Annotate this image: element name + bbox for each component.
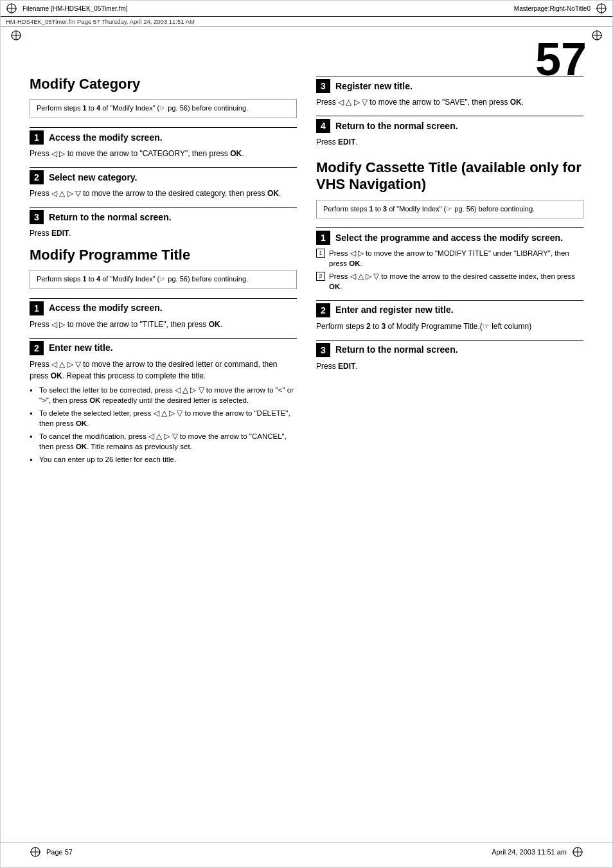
note-box-cassette: Perform steps 1 to 3 of "Modify Index" (… — [316, 200, 583, 218]
step-prog-2-bullets: To select the letter to be corrected, pr… — [30, 385, 297, 465]
sub-step-num-1: 1 — [316, 249, 325, 258]
step-cat-2: 2 Select new category. Press ◁ △ ▷ ▽ to … — [30, 167, 297, 199]
note-text-modify-programme: Perform steps 1 to 4 of "Modify Index" (… — [37, 275, 248, 283]
reg-mark-left-mid — [10, 30, 22, 41]
step-cat-3-header: 3 Return to the normal screen. — [30, 207, 297, 224]
step-cass-2-header: 2 Enter and register new title. — [316, 300, 583, 317]
right-column: 3 Register new title. Press ◁ △ ▷ ▽ to m… — [316, 76, 583, 472]
filename-text: Filename [HM-HDS4EK_05Timer.fm] — [22, 5, 128, 12]
step-cat-3-body: Press EDIT. — [30, 227, 297, 239]
note-text-modify-category: Perform steps 1 to 4 of "Modify Index" (… — [37, 104, 248, 112]
step-cass-1-body: 1 Press ◁ ▷ to move the arrow to "MODIFY… — [316, 248, 583, 292]
step-prog-2-body: Press ◁ △ ▷ ▽ to move the arrow to the d… — [30, 359, 297, 465]
step-prog-1-body: Press ◁ ▷ to move the arrow to "TITLE", … — [30, 319, 297, 330]
bullet-1: To select the letter to be corrected, pr… — [30, 385, 297, 405]
sub-step-num-2: 2 — [316, 272, 325, 281]
step-cass-3-body: Press EDIT. — [316, 360, 583, 372]
step-cat-1-number: 1 — [30, 130, 44, 145]
step-cass-1-number: 1 — [316, 231, 330, 245]
step-cass-3: 3 Return to the normal screen. Press EDI… — [316, 340, 583, 372]
header-marks-row — [1, 27, 612, 44]
header-line2-text: HM-HDS4EK_05Timer.fm Page 57 Thursday, A… — [6, 18, 195, 25]
sub-step-2: 2 Press ◁ △ ▷ ▽ to move the arrow to the… — [316, 271, 583, 292]
reg-mark-footer-left — [30, 846, 41, 858]
step-prog-3-body: Press ◁ △ ▷ ▽ to move the arrow to "SAVE… — [316, 96, 583, 108]
step-cass-3-number: 3 — [316, 343, 330, 357]
step-cat-1-body: Press ◁ ▷ to move the arrow to "CATEGORY… — [30, 148, 297, 159]
step-prog-1: 1 Access the modify screen. Press ◁ ▷ to… — [30, 298, 297, 330]
step-cass-2-title: Enter and register new title. — [335, 304, 454, 315]
step-cat-2-title: Select new category. — [49, 172, 137, 183]
note-text-cassette: Perform steps 1 to 3 of "Modify Index" (… — [323, 205, 535, 213]
step-cass-1-title: Select the programme and access the modi… — [335, 232, 563, 244]
footer-date-text: April 24, 2003 11:51 am — [492, 848, 567, 856]
page-number-large: 57 — [535, 36, 587, 82]
reg-mark-top-right — [596, 3, 607, 14]
reg-mark-top-left — [6, 3, 17, 14]
sub-step-1: 1 Press ◁ ▷ to move the arrow to "MODIFY… — [316, 248, 583, 269]
step-cat-1: 1 Access the modify screen. Press ◁ ▷ to… — [30, 127, 297, 159]
step-prog-1-title: Access the modify screen. — [49, 302, 163, 314]
reg-mark-footer-right — [572, 846, 583, 858]
step-prog-2: 2 Enter new title. Press ◁ △ ▷ ▽ to move… — [30, 338, 297, 465]
step-prog-3-number: 3 — [316, 79, 330, 93]
step-cass-3-title: Return to the normal screen. — [335, 344, 458, 355]
step-cass-1-substeps: 1 Press ◁ ▷ to move the arrow to "MODIFY… — [316, 248, 583, 292]
step-cat-2-number: 2 — [30, 170, 44, 184]
header-line2: HM-HDS4EK_05Timer.fm Page 57 Thursday, A… — [1, 17, 612, 27]
bullet-2: To delete the selected letter, press ◁ △… — [30, 408, 297, 429]
step-cass-3-header: 3 Return to the normal screen. — [316, 340, 583, 357]
step-cass-2-number: 2 — [316, 303, 330, 317]
note-box-modify-category: Perform steps 1 to 4 of "Modify Index" (… — [30, 99, 297, 118]
step-cat-3: 3 Return to the normal screen. Press EDI… — [30, 207, 297, 239]
section-modify-programme-title: Modify Programme Title Perform steps 1 t… — [30, 247, 297, 465]
filename-left: Filename [HM-HDS4EK_05Timer.fm] — [6, 3, 128, 14]
masterpage-text: Masterpage:Right-NoTitle0 — [514, 5, 591, 12]
step-prog-2-header: 2 Enter new title. — [30, 338, 297, 355]
section-modify-cassette-title: Modify Cassette Title (available only fo… — [316, 159, 583, 372]
section-title-modify-category: Modify Category — [30, 76, 297, 93]
step-cass-2: 2 Enter and register new title. Perform … — [316, 300, 583, 332]
section-title-cassette: Modify Cassette Title (available only fo… — [316, 159, 583, 193]
step-prog-1-header: 1 Access the modify screen. — [30, 298, 297, 315]
note-box-modify-programme: Perform steps 1 to 4 of "Modify Index" (… — [30, 270, 297, 288]
page-footer: Page 57 April 24, 2003 11:51 am — [1, 842, 612, 858]
step-prog-4-header: 4 Return to the normal screen. — [316, 116, 583, 133]
step-cat-3-number: 3 — [30, 210, 44, 224]
step-prog-4: 4 Return to the normal screen. Press EDI… — [316, 116, 583, 148]
reg-mark-right-mid — [591, 30, 603, 41]
step-prog-1-number: 1 — [30, 301, 44, 315]
section-title-modify-programme: Modify Programme Title — [30, 247, 297, 263]
footer-left: Page 57 — [30, 846, 73, 858]
filename-bar: Filename [HM-HDS4EK_05Timer.fm] Masterpa… — [1, 1, 612, 17]
masterpage-area: Masterpage:Right-NoTitle0 — [514, 3, 607, 14]
step-prog-4-body: Press EDIT. — [316, 136, 583, 148]
bullet-4: You can enter up to 26 letter for each t… — [30, 454, 297, 465]
content-area: Modify Category Perform steps 1 to 4 of … — [1, 57, 612, 498]
step-cass-1: 1 Select the programme and access the mo… — [316, 227, 583, 292]
left-column: Modify Category Perform steps 1 to 4 of … — [30, 76, 297, 472]
footer-page-text: Page 57 — [46, 848, 73, 856]
footer-right: April 24, 2003 11:51 am — [492, 846, 583, 858]
page-wrapper: Filename [HM-HDS4EK_05Timer.fm] Masterpa… — [0, 0, 613, 868]
bullet-3: To cancel the modification, press ◁ △ ▷ … — [30, 431, 297, 452]
step-cass-1-header: 1 Select the programme and access the mo… — [316, 227, 583, 245]
step-cat-2-header: 2 Select new category. — [30, 167, 297, 184]
step-cat-3-title: Return to the normal screen. — [49, 211, 172, 223]
step-prog-4-number: 4 — [316, 119, 330, 133]
section-modify-category: Modify Category Perform steps 1 to 4 of … — [30, 76, 297, 239]
step-prog-2-number: 2 — [30, 341, 44, 355]
step-prog-3-title: Register new title. — [335, 80, 413, 92]
step-cat-1-title: Access the modify screen. — [49, 132, 163, 143]
step-prog-2-title: Enter new title. — [49, 342, 113, 353]
step-prog-4-title: Return to the normal screen. — [335, 120, 458, 132]
step-cat-2-body: Press ◁ △ ▷ ▽ to move the arrow to the d… — [30, 188, 297, 199]
step-cass-2-body: Perform steps 2 to 3 of Modify Programme… — [316, 321, 583, 332]
step-cat-1-header: 1 Access the modify screen. — [30, 127, 297, 145]
